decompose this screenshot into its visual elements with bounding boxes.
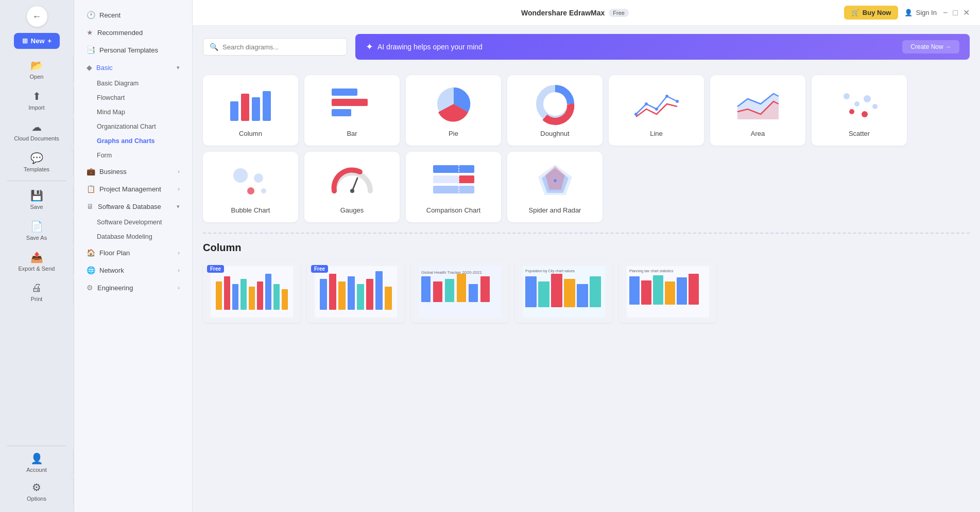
create-now-button[interactable]: Create Now → — [902, 40, 959, 54]
search-input[interactable] — [222, 43, 340, 51]
sidebar-item-templates[interactable]: 💬 Templates — [0, 148, 74, 176]
chart-card-comparison[interactable]: Comparison Chart — [406, 152, 501, 222]
account-icon: 👤 — [30, 452, 43, 465]
pie-chart-label: Pie — [449, 130, 458, 137]
open-label: Open — [30, 74, 44, 80]
minimize-button[interactable]: − — [943, 8, 948, 17]
doughnut-chart-icon — [529, 83, 581, 125]
section-title: Column — [203, 242, 970, 254]
sidebar-item-form[interactable]: Form — [78, 149, 188, 162]
sidebar-item-db-modeling[interactable]: Database Modeling — [78, 230, 188, 243]
sidebar-item-recent[interactable]: 🕐 Recent — [78, 7, 188, 23]
chart-card-column[interactable]: Column — [203, 75, 298, 146]
svg-rect-77 — [653, 275, 663, 305]
template-card-1[interactable]: Free — [203, 261, 301, 323]
svg-text:Planning bar chart statistics: Planning bar chart statistics — [629, 269, 674, 273]
doughnut-chart-label: Doughnut — [540, 130, 569, 137]
chart-card-gauges[interactable]: Gauges — [304, 152, 400, 222]
sidebar-item-floor-plan[interactable]: 🏠 Floor Plan › — [78, 244, 188, 261]
svg-rect-70 — [564, 279, 575, 307]
svg-point-14 — [676, 100, 679, 103]
sidebar-item-basic[interactable]: ◆ Basic ▾ — [78, 59, 188, 76]
user-icon: 👤 — [904, 9, 913, 16]
template-card-2[interactable]: Free — [307, 261, 405, 323]
recent-label: Recent — [99, 11, 121, 19]
svg-point-24 — [254, 173, 263, 183]
template-card-4[interactable]: Population by City chart values — [515, 261, 613, 323]
basic-icon: ◆ — [87, 63, 92, 72]
sidebar-item-basic-diagram[interactable]: Basic Diagram — [78, 77, 188, 90]
gauges-chart-icon — [326, 160, 378, 201]
sidebar-item-recommended[interactable]: ★ Recommended — [78, 24, 188, 41]
import-label: Import — [28, 104, 44, 111]
sidebar-item-export[interactable]: 📤 Export & Send — [0, 247, 74, 276]
scatter-chart-label: Scatter — [849, 130, 870, 137]
chart-card-bar[interactable]: Bar — [304, 75, 400, 146]
sign-in-button[interactable]: 👤 Sign In — [904, 9, 936, 16]
sidebar-item-engineering[interactable]: ⚙ Engineering › — [78, 279, 188, 296]
chart-card-area[interactable]: Area — [710, 75, 805, 146]
template-card-3[interactable]: Global Health Tracker 2020-2021 — [411, 261, 509, 323]
open-icon: 📂 — [30, 59, 43, 72]
buy-now-label: Buy Now — [863, 9, 891, 16]
sidebar-item-software-dev[interactable]: Software Development — [78, 216, 188, 229]
chart-card-bubble[interactable]: Bubble Chart — [203, 152, 298, 222]
sidebar-item-options[interactable]: ⚙ Options — [0, 477, 74, 506]
engineering-icon: ⚙ — [87, 284, 93, 292]
chart-card-spider[interactable]: Spider and Radar — [507, 152, 603, 222]
back-button[interactable]: ← — [27, 6, 47, 27]
sidebar-item-business[interactable]: 💼 Business › — [78, 163, 188, 180]
svg-rect-61 — [445, 279, 454, 302]
network-arrow: › — [178, 267, 180, 273]
svg-rect-41 — [232, 284, 238, 310]
chart-card-scatter[interactable]: Scatter — [812, 75, 907, 146]
sidebar-item-mind-map[interactable]: Mind Map — [78, 105, 188, 119]
chart-card-line[interactable]: Line — [609, 75, 704, 146]
sidebar-item-cloud[interactable]: ☁ Cloud Documents — [0, 117, 74, 146]
svg-rect-1 — [241, 94, 249, 121]
buy-now-button[interactable]: 🛒 Buy Now — [844, 6, 899, 20]
svg-rect-6 — [332, 109, 351, 116]
template-card-5[interactable]: Planning bar chart statistics — [619, 261, 717, 323]
sidebar-item-personal[interactable]: 📑 Personal Templates — [78, 42, 188, 58]
chart-type-grid: Column Bar — [203, 75, 970, 222]
save-as-icon: 📄 — [30, 220, 43, 233]
sidebar-item-flowchart[interactable]: Flowchart — [78, 91, 188, 104]
sidebar-item-open[interactable]: 📂 Open — [0, 55, 74, 84]
chart-card-pie[interactable]: Pie — [406, 75, 501, 146]
engineering-label: Engineering — [97, 284, 133, 292]
close-button[interactable]: ✕ — [963, 8, 970, 17]
svg-rect-60 — [433, 281, 442, 302]
sidebar-item-graphs-charts[interactable]: Graphs and Charts — [78, 134, 188, 148]
options-icon: ⚙ — [32, 481, 41, 493]
svg-rect-63 — [469, 284, 478, 302]
maximize-button[interactable]: □ — [953, 8, 958, 17]
sidebar-divider — [7, 181, 66, 181]
new-button[interactable]: ⊞ New + — [14, 33, 60, 49]
sidebar-item-save[interactable]: 💾 Save — [0, 185, 74, 214]
chart-card-doughnut[interactable]: Doughnut — [507, 75, 603, 146]
sidebar-item-project[interactable]: 📋 Project Management › — [78, 181, 188, 197]
sidebar-bottom-divider — [7, 446, 66, 446]
search-bar[interactable]: 🔍 — [203, 38, 347, 56]
save-as-label: Save As — [26, 235, 47, 241]
sidebar-item-network[interactable]: 🌐 Network › — [78, 262, 188, 278]
sidebar-item-software-db[interactable]: 🖥 Software & Database ▾ — [78, 198, 188, 215]
sidebar-item-org-chart[interactable]: Organizational Chart — [78, 120, 188, 133]
sidebar-item-save-as[interactable]: 📄 Save As — [0, 216, 74, 245]
print-icon: 🖨 — [31, 282, 42, 294]
ai-banner-text: ✦ AI drawing helps open your mind — [366, 41, 483, 52]
column-chart-icon — [225, 83, 277, 125]
content-area: 🔍 ✦ AI drawing helps open your mind Crea… — [193, 26, 980, 512]
software-db-arrow: ▾ — [177, 203, 180, 210]
sidebar-item-import[interactable]: ⬆ Import — [0, 86, 74, 115]
sidebar-item-print[interactable]: 🖨 Print — [0, 278, 74, 306]
sidebar-item-account[interactable]: 👤 Account — [0, 448, 74, 477]
free-badge: Free — [609, 9, 629, 17]
business-arrow: › — [178, 168, 180, 174]
svg-rect-0 — [230, 101, 238, 121]
svg-rect-5 — [332, 99, 368, 106]
svg-rect-80 — [689, 274, 699, 305]
basic-diagram-label: Basic Diagram — [97, 80, 139, 87]
section-divider — [203, 233, 970, 234]
